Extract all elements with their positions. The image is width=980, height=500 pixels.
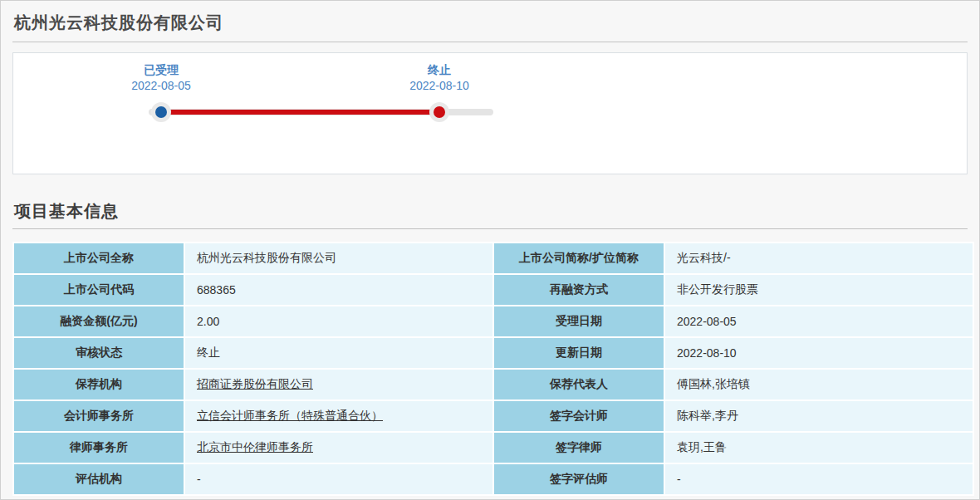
field-value: 袁玥,王鲁 (665, 433, 973, 463)
field-label: 保荐代表人 (494, 370, 664, 400)
status-dot-terminated (434, 106, 445, 118)
table-row: 会计师事务所立信会计师事务所（特殊普通合伙）签字会计师陈科举,李丹 (14, 401, 973, 431)
timeline-progress-line (161, 110, 439, 115)
field-value: 陈科举,李丹 (665, 401, 973, 431)
info-table-body: 上市公司全称杭州光云科技股份有限公司上市公司简称/扩位简称光云科技/-上市公司代… (14, 243, 973, 494)
field-value-link[interactable]: 立信会计师事务所（特殊普通合伙） (197, 409, 383, 422)
field-label: 上市公司代码 (14, 275, 184, 305)
field-value: 688365 (185, 275, 492, 305)
page-title: 杭州光云科技股份有限公司 (14, 12, 966, 34)
stage-date: 2022-08-05 (131, 78, 191, 94)
field-value: 傅国林,张培镇 (665, 370, 973, 400)
field-value: 杭州光云科技股份有限公司 (185, 243, 492, 273)
table-row: 融资金额(亿元)2.00受理日期2022-08-05 (14, 306, 973, 336)
timeline-stage-accepted: 已受理 2022-08-05 (131, 62, 191, 94)
status-dot-halo (151, 102, 171, 122)
field-label: 受理日期 (494, 306, 664, 336)
status-dot-halo (429, 102, 449, 122)
field-label: 更新日期 (494, 338, 664, 368)
field-value: 光云科技/- (665, 243, 973, 273)
field-label: 审核状态 (14, 338, 184, 368)
timeline-stage-terminated: 终止 2022-08-10 (409, 62, 469, 94)
status-dot-accepted (155, 106, 167, 118)
field-value: 2022-08-05 (665, 306, 973, 336)
field-label: 保荐机构 (14, 370, 184, 400)
page-container: 杭州光云科技股份有限公司 已受理 2022-08-05 终止 2022-08-1… (0, 0, 980, 500)
field-value-link[interactable]: 北京市中伦律师事务所 (197, 440, 313, 453)
field-value: 招商证券股份有限公司 (185, 370, 492, 400)
table-row: 保荐机构招商证券股份有限公司保荐代表人傅国林,张培镇 (14, 370, 973, 400)
review-timeline-panel: 已受理 2022-08-05 终止 2022-08-10 (12, 52, 968, 174)
field-label: 评估机构 (14, 464, 184, 494)
field-value: 非公开发行股票 (665, 275, 973, 305)
field-label: 签字评估师 (494, 464, 664, 494)
stage-status-label: 终止 (409, 62, 469, 78)
stage-status-label: 已受理 (131, 62, 191, 78)
section-title-basic-info: 项目基本信息 (14, 200, 966, 223)
field-value: 北京市中伦律师事务所 (185, 433, 492, 463)
field-label: 签字律师 (494, 433, 664, 463)
field-label: 上市公司全称 (14, 243, 184, 273)
table-row: 上市公司代码688365再融资方式非公开发行股票 (14, 275, 973, 305)
field-value: - (665, 464, 973, 494)
table-row: 审核状态终止更新日期2022-08-10 (14, 338, 973, 368)
field-value: 立信会计师事务所（特殊普通合伙） (185, 401, 492, 431)
field-value: 2022-08-10 (665, 338, 973, 368)
field-label: 再融资方式 (494, 275, 664, 305)
field-label: 融资金额(亿元) (14, 306, 184, 336)
table-row: 评估机构-签字评估师- (14, 464, 973, 494)
field-label: 律师事务所 (14, 433, 184, 463)
field-value-link[interactable]: 招商证券股份有限公司 (197, 377, 313, 390)
stage-date: 2022-08-10 (409, 78, 469, 94)
table-row: 律师事务所北京市中伦律师事务所签字律师袁玥,王鲁 (14, 433, 973, 463)
title-divider (12, 42, 968, 42)
project-info-table: 上市公司全称杭州光云科技股份有限公司上市公司简称/扩位简称光云科技/-上市公司代… (12, 242, 974, 496)
section-divider (12, 228, 968, 229)
field-label: 会计师事务所 (14, 401, 184, 431)
field-value: - (185, 464, 492, 494)
field-value: 2.00 (185, 306, 492, 336)
field-value: 终止 (185, 338, 492, 368)
table-row: 上市公司全称杭州光云科技股份有限公司上市公司简称/扩位简称光云科技/- (14, 243, 973, 273)
field-label: 签字会计师 (494, 401, 664, 431)
project-info-table-wrap: 上市公司全称杭州光云科技股份有限公司上市公司简称/扩位简称光云科技/-上市公司代… (12, 242, 968, 496)
field-label: 上市公司简称/扩位简称 (494, 243, 664, 273)
